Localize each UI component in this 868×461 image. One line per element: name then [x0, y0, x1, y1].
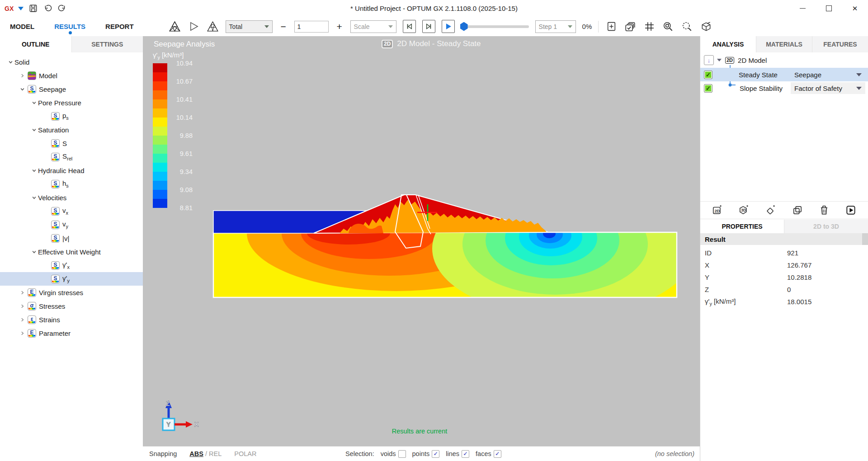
save-icon[interactable] [28, 4, 38, 14]
app-menu-dropdown-icon[interactable] [18, 7, 24, 10]
add-window-icon[interactable] [605, 20, 618, 33]
delete-icon[interactable] [818, 204, 830, 216]
chevron-down-icon[interactable] [717, 59, 722, 61]
skip-to-start-button[interactable] [403, 20, 416, 33]
scale-value-input[interactable] [294, 21, 329, 33]
close-button[interactable]: ✕ [842, 0, 868, 17]
chevron-right-icon[interactable] [18, 303, 26, 309]
tree-item-v-y[interactable]: Svy [0, 218, 143, 231]
mesh-outline-icon[interactable] [188, 20, 200, 33]
mesh-coarse-icon[interactable] [169, 20, 181, 33]
tree-item-hydraulic-head[interactable]: Hydraulic Head [0, 164, 143, 177]
tree-item-stresses[interactable]: σStresses [0, 299, 143, 313]
copy-icon[interactable] [792, 204, 803, 216]
tab-materials[interactable]: MATERIALS [756, 36, 812, 52]
export-down-icon[interactable]: ↓ [704, 55, 714, 65]
tree-item-s-rel[interactable]: SSrel [0, 150, 143, 164]
snapping-label[interactable]: Snapping [149, 450, 177, 457]
selection-filter-voids[interactable]: voids [381, 450, 406, 458]
tree-item-pore-pressure[interactable]: Pore Pressure [0, 96, 143, 109]
grid-icon[interactable] [643, 20, 656, 33]
tree-item-s[interactable]: SS [0, 136, 143, 150]
tree-item-y[interactable]: Sγ'y [0, 272, 143, 286]
steady-state-checkbox[interactable]: ✓ [704, 71, 712, 79]
tree-item-virgin-stresses[interactable]: EVirgin stresses [0, 286, 143, 299]
checkbox[interactable]: ✓ [462, 450, 469, 458]
redo-icon[interactable] [57, 4, 67, 14]
chevron-right-icon[interactable] [18, 72, 26, 79]
tree-item-velocities[interactable]: Velocities [0, 191, 143, 204]
chevron-down-icon[interactable] [30, 194, 38, 201]
chevron-right-icon[interactable] [18, 316, 26, 323]
run-icon[interactable] [845, 204, 857, 216]
minimize-button[interactable] [789, 0, 816, 17]
new-2d-analysis-icon[interactable]: 2D [712, 204, 723, 216]
chevron-down-icon[interactable] [30, 249, 38, 255]
maximize-button[interactable] [816, 0, 842, 17]
result-type-select[interactable]: Total [226, 20, 273, 33]
tree-item-v-x[interactable]: Svx [0, 204, 143, 218]
checkbox[interactable] [398, 450, 406, 458]
model-node-row[interactable]: ↓ 2D 2D Model [700, 52, 868, 68]
mesh-fine-icon[interactable] [207, 20, 219, 33]
play-button[interactable] [442, 20, 455, 33]
slope-stability-checkbox[interactable]: ✓ [704, 84, 712, 93]
selection-filter-faces[interactable]: faces✓ [476, 450, 501, 458]
checkbox[interactable]: ✓ [494, 450, 501, 458]
step-slider[interactable] [461, 25, 529, 28]
tree-item-model[interactable]: Model [0, 69, 143, 82]
tree-item-strains[interactable]: εStrains [0, 313, 143, 326]
tab-2d-to-3d[interactable]: 2D to 3D [784, 220, 868, 233]
model-viewport[interactable]: Z X Y Seepage Analysis 2D 2D Model - Ste… [143, 36, 700, 447]
tree-item-p-s[interactable]: Sps [0, 109, 143, 123]
chevron-down-icon[interactable] [30, 99, 38, 106]
tab-analysis[interactable]: ANALYSIS [700, 36, 756, 52]
tab-features[interactable]: FEATURES [812, 36, 868, 52]
tab-settings[interactable]: SETTINGS [71, 36, 143, 52]
polar-toggle[interactable]: POLAR [234, 450, 256, 457]
tree-item-x[interactable]: Sγ'x [0, 259, 143, 272]
tree-item-seepage[interactable]: SSeepage [0, 82, 143, 96]
chevron-right-icon[interactable] [18, 289, 26, 296]
tab-properties[interactable]: PROPERTIES [700, 220, 784, 233]
tree-item-label: Velocities [38, 194, 66, 202]
abs-rel-toggle[interactable]: ABS / REL [189, 450, 222, 457]
tab-outline[interactable]: OUTLINE [0, 36, 71, 52]
skip-to-end-button[interactable] [422, 20, 435, 33]
increase-scale-button[interactable]: + [335, 22, 344, 31]
chevron-down-icon[interactable] [30, 167, 38, 174]
new-stage-icon[interactable] [765, 204, 777, 216]
layers-check-icon[interactable] [624, 20, 637, 33]
chevron-right-icon[interactable] [18, 330, 26, 336]
tree-item-h-s[interactable]: Shs [0, 177, 143, 191]
tree-item-v[interactable]: S|v| [0, 231, 143, 245]
gx-logo: GX [5, 5, 14, 12]
tab-model[interactable]: MODEL [0, 17, 44, 36]
tree-item-solid[interactable]: Solid [0, 55, 143, 69]
undo-icon[interactable] [42, 4, 52, 14]
tree-item-saturation[interactable]: Saturation [0, 123, 143, 136]
checkbox[interactable]: ✓ [432, 450, 439, 458]
scale-select[interactable]: Scale [350, 20, 396, 33]
analysis-row-steady-state[interactable]: ✓ Steady State Seepage [700, 68, 868, 81]
chevron-down-icon[interactable] [18, 86, 26, 92]
scrollbar-thumb[interactable] [862, 233, 868, 245]
step-slider-handle[interactable] [460, 22, 468, 31]
step-select[interactable]: Step 1 [535, 20, 576, 33]
tree-item-parameter[interactable]: EParameter [0, 326, 143, 340]
tree-item-effective-unit-weight[interactable]: Effective Unit Weight [0, 245, 143, 259]
zoom-extents-icon[interactable] [662, 20, 675, 33]
steady-state-type-select[interactable]: Seepage [791, 69, 865, 80]
selection-filter-lines[interactable]: lines✓ [446, 450, 469, 458]
zoom-window-icon[interactable] [681, 20, 693, 33]
clip-box-icon[interactable] [700, 20, 712, 33]
chevron-down-icon[interactable] [6, 59, 14, 65]
new-3d-analysis-icon[interactable]: 3D [738, 204, 750, 216]
decrease-scale-button[interactable]: − [279, 22, 288, 31]
analysis-row-slope-stability[interactable]: ✓ Slope Stability Factor of Safety [700, 81, 868, 95]
tab-report[interactable]: REPORT [95, 17, 144, 36]
selection-filter-points[interactable]: points✓ [412, 450, 440, 458]
slope-stability-type-select[interactable]: Factor of Safety [791, 82, 865, 94]
chevron-down-icon[interactable] [30, 127, 38, 133]
tab-results[interactable]: RESULTS [44, 17, 95, 36]
